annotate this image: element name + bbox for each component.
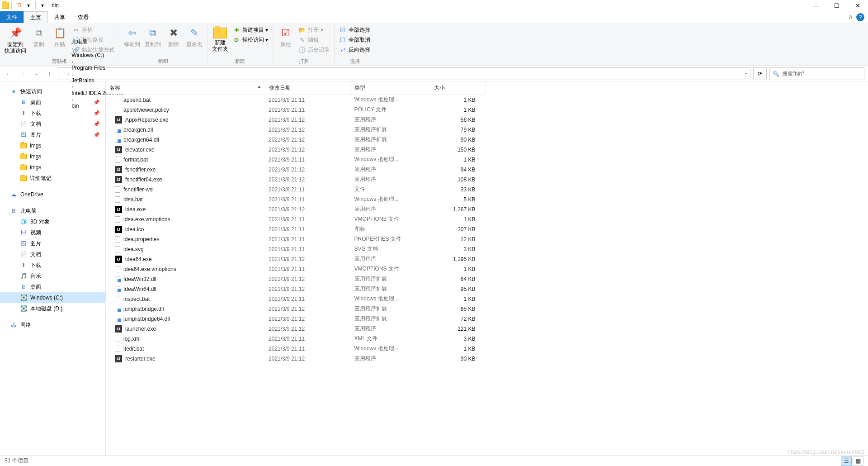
table-row[interactable]: idea.svg2021/3/9 21:11SVG 文档3 KB xyxy=(106,244,486,254)
select-none-button[interactable]: ☐全部取消 xyxy=(337,35,372,45)
recent-locations-button[interactable]: ⌄ xyxy=(31,68,42,79)
close-button[interactable]: ✕ xyxy=(847,0,868,11)
address-bar[interactable]: › 此电脑›Windows (C:)›Program Files›JetBrai… xyxy=(58,67,750,80)
sidebar-item[interactable]: 💽Windows (C:) xyxy=(0,292,105,303)
easy-access-button[interactable]: ⚙轻松访问 ▾ xyxy=(231,35,270,45)
search-input[interactable] xyxy=(782,71,861,77)
sidebar-this-pc[interactable]: 🖥此电脑 xyxy=(0,205,105,216)
sidebar-onedrive[interactable]: ☁OneDrive xyxy=(0,189,105,200)
table-row[interactable]: idea64.exe.vmoptions2021/3/9 21:11VMOPTI… xyxy=(106,264,486,274)
thumbnails-view-button[interactable]: ▦ xyxy=(853,456,863,466)
sidebar-quick-access[interactable]: ★快速访问 xyxy=(0,86,105,97)
column-name[interactable]: 名称▲ xyxy=(106,81,265,95)
history-button[interactable]: 🕓历史记录 xyxy=(297,45,331,55)
sidebar-item[interactable]: imgs xyxy=(0,140,105,151)
help-icon[interactable]: ? xyxy=(856,13,864,21)
pin-to-quick-access-button[interactable]: 📌 固定到 快速访问 xyxy=(3,24,28,54)
table-row[interactable]: format.bat2021/3/9 21:11Windows 批处理...1 … xyxy=(106,155,486,165)
table-row[interactable]: IJfsnotifier.exe2021/3/9 21:12应用程序94 KB xyxy=(106,165,486,175)
sidebar-item[interactable]: ⬇下载 xyxy=(0,260,105,271)
maximize-button[interactable]: ☐ xyxy=(826,0,847,11)
ribbon-collapse-icon[interactable]: ᐱ xyxy=(849,14,853,20)
sidebar-item[interactable]: 🎞视频 xyxy=(0,227,105,238)
table-row[interactable]: IJelevator.exe2021/3/9 21:12应用程序150 KB xyxy=(106,145,486,155)
column-type[interactable]: 类型 xyxy=(351,81,430,95)
table-row[interactable]: idea.exe.vmoptions2021/3/9 21:11VMOPTION… xyxy=(106,214,486,224)
table-row[interactable]: IJfsnotifier64.exe2021/3/9 21:12应用程序108 … xyxy=(106,175,486,185)
table-row[interactable]: IdeaWin64.dll2021/3/9 21:12应用程序扩展95 KB xyxy=(106,284,486,294)
table-row[interactable]: ltedit.bat2021/3/9 21:11Windows 批处理...1 … xyxy=(106,344,486,354)
forward-button[interactable]: → xyxy=(17,68,28,79)
table-row[interactable]: IJrestarter.exe2021/3/9 21:12应用程序90 KB xyxy=(106,354,486,364)
table-row[interactable]: idea.bat2021/3/9 21:11Windows 批处理...5 KB xyxy=(106,195,486,204)
invert-selection-button[interactable]: ⇄反向选择 xyxy=(337,45,372,55)
copy-button[interactable]: ⧉ 复制 xyxy=(29,24,49,48)
tab-view[interactable]: 查看 xyxy=(71,11,95,23)
sidebar-item[interactable]: 📄文档📌 xyxy=(0,119,105,129)
new-folder-button[interactable]: 新建 文件夹 xyxy=(210,24,230,52)
sidebar-item-label: Windows (C:) xyxy=(30,295,63,301)
up-button[interactable]: ↑ xyxy=(44,68,55,79)
sidebar-item[interactable]: 🎵音乐 xyxy=(0,271,105,281)
copy-to-button[interactable]: ⧉复制到 xyxy=(143,24,163,48)
tab-file[interactable]: 文件 xyxy=(0,11,24,23)
quick-access-btn[interactable]: ▾ xyxy=(24,1,33,10)
sidebar-item[interactable]: 🖥桌面 xyxy=(0,281,105,292)
paste-button[interactable]: 📋 粘贴 xyxy=(50,24,70,48)
sidebar-item[interactable]: 🖼图片 xyxy=(0,238,105,249)
table-row[interactable]: IJidea64.exe2021/3/9 21:12应用程序1,295 KB xyxy=(106,254,486,264)
table-row[interactable]: IdeaWin32.dll2021/3/9 21:12应用程序扩展84 KB xyxy=(106,274,486,284)
sidebar-item[interactable]: 📄文档 xyxy=(0,249,105,260)
table-row[interactable]: jumplistbridge64.dll2021/3/9 21:12应用程序扩展… xyxy=(106,314,486,324)
tab-home[interactable]: 主页 xyxy=(24,11,48,23)
table-row[interactable]: breakgen.dll2021/3/9 21:12应用程序扩展79 KB xyxy=(106,125,486,135)
sidebar-item[interactable]: 💽本地磁盘 (D:) xyxy=(0,303,105,314)
breadcrumb-item[interactable]: Windows (C:) xyxy=(71,52,124,58)
properties-button[interactable]: ☑属性 xyxy=(276,24,296,48)
details-view-button[interactable]: ☰ xyxy=(841,456,852,466)
refresh-button[interactable]: ⟳ xyxy=(753,67,767,80)
sidebar-item[interactable]: imgs xyxy=(0,162,105,173)
table-row[interactable]: fsnotifier-wsl2021/3/9 21:11文件33 KB xyxy=(106,185,486,195)
cut-button[interactable]: ✂剪切 xyxy=(71,25,116,35)
sidebar-network[interactable]: 🖧网络 xyxy=(0,319,105,330)
table-row[interactable]: IJlauncher.exe2021/3/9 21:12应用程序121 KB xyxy=(106,324,486,334)
minimize-button[interactable]: — xyxy=(806,0,826,11)
quick-access-btn[interactable]: ☑ xyxy=(14,1,23,10)
sidebar-item[interactable]: imgs xyxy=(0,151,105,162)
table-row[interactable]: jumplistbridge.dll2021/3/9 21:12应用程序扩展65… xyxy=(106,304,486,314)
file-list[interactable]: 名称▲ 修改日期 类型 大小 append.bat2021/3/9 21:11W… xyxy=(106,81,868,455)
address-dropdown-icon[interactable]: ⌄ xyxy=(744,70,748,76)
breadcrumb-item[interactable]: Program Files xyxy=(71,65,124,71)
move-to-button[interactable]: ⇦移动到 xyxy=(122,24,142,48)
sidebar-item[interactable]: 🖼图片📌 xyxy=(0,129,105,140)
column-size[interactable]: 大小 xyxy=(430,81,486,95)
quick-access-eq[interactable]: ▾ xyxy=(38,1,47,10)
search-box[interactable]: 🔍 xyxy=(769,67,864,80)
open-button[interactable]: 📂打开 ▾ xyxy=(297,25,331,35)
table-row[interactable]: IJAppxReparse.exe2021/3/9 21:12应用程序56 KB xyxy=(106,115,486,125)
sidebar-item[interactable]: 🖥桌面📌 xyxy=(0,97,105,108)
delete-button[interactable]: ✖删除 xyxy=(164,24,184,48)
table-row[interactable]: IJidea.ico2021/3/9 21:11图标307 KB xyxy=(106,224,486,234)
edit-button[interactable]: ✎编辑 xyxy=(297,35,331,45)
breadcrumb-item[interactable]: 此电脑 xyxy=(71,38,124,46)
rename-button[interactable]: ✎重命名 xyxy=(184,24,204,48)
onedrive-icon: ☁ xyxy=(10,191,17,198)
sidebar-item[interactable]: 详细笔记 xyxy=(0,173,105,184)
table-row[interactable]: idea.properties2021/3/9 21:11PROPERTIES … xyxy=(106,234,486,244)
sidebar-item[interactable]: ⬇下载📌 xyxy=(0,108,105,119)
table-row[interactable]: appletviewer.policy2021/3/9 21:11POLICY … xyxy=(106,105,486,115)
table-row[interactable]: breakgen64.dll2021/3/9 21:12应用程序扩展90 KB xyxy=(106,135,486,145)
table-row[interactable]: IJidea.exe2021/3/9 21:12应用程序1,267 KB xyxy=(106,204,486,214)
table-row[interactable]: append.bat2021/3/9 21:11Windows 批处理...1 … xyxy=(106,95,486,105)
tab-share[interactable]: 共享 xyxy=(48,11,71,23)
new-item-button[interactable]: ✚新建项目 ▾ xyxy=(231,25,270,35)
column-date[interactable]: 修改日期 xyxy=(265,81,351,95)
sidebar-item[interactable]: 🧊3D 对象 xyxy=(0,216,105,227)
navigation-pane[interactable]: ★快速访问 🖥桌面📌⬇下载📌📄文档📌🖼图片📌imgsimgsimgs详细笔记 ☁… xyxy=(0,81,106,455)
table-row[interactable]: log.xml2021/3/9 21:11XML 文件3 KB xyxy=(106,334,486,344)
table-row[interactable]: inspect.bat2021/3/9 21:11Windows 批处理...1… xyxy=(106,294,486,304)
select-all-button[interactable]: ☑全部选择 xyxy=(337,25,372,35)
back-button[interactable]: ← xyxy=(4,68,14,79)
